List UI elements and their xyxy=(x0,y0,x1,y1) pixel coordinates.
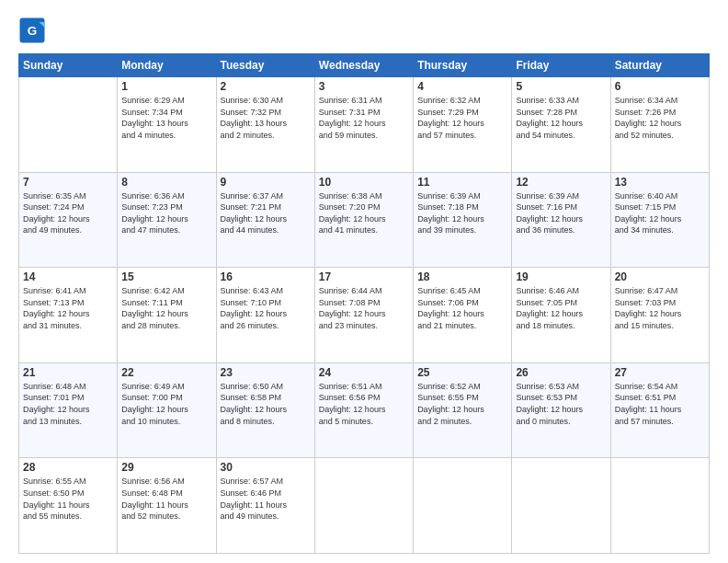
logo: G xyxy=(18,17,50,44)
day-info: Sunrise: 6:46 AM Sunset: 7:05 PM Dayligh… xyxy=(516,285,606,331)
day-number: 5 xyxy=(516,80,606,93)
day-info: Sunrise: 6:41 AM Sunset: 7:13 PM Dayligh… xyxy=(23,285,113,331)
day-info: Sunrise: 6:47 AM Sunset: 7:03 PM Dayligh… xyxy=(615,285,705,331)
calendar-cell: 7Sunrise: 6:35 AM Sunset: 7:24 PM Daylig… xyxy=(19,172,118,268)
day-info: Sunrise: 6:31 AM Sunset: 7:31 PM Dayligh… xyxy=(319,95,409,141)
calendar-cell: 19Sunrise: 6:46 AM Sunset: 7:05 PM Dayli… xyxy=(512,268,610,363)
calendar-cell xyxy=(19,77,118,173)
calendar-cell xyxy=(610,458,709,554)
day-number: 16 xyxy=(221,270,311,283)
week-row-1: 7Sunrise: 6:35 AM Sunset: 7:24 PM Daylig… xyxy=(19,172,710,268)
day-number: 19 xyxy=(516,270,606,283)
calendar-cell: 2Sunrise: 6:30 AM Sunset: 7:32 PM Daylig… xyxy=(216,77,314,173)
day-info: Sunrise: 6:49 AM Sunset: 7:00 PM Dayligh… xyxy=(121,381,211,427)
calendar-cell: 15Sunrise: 6:42 AM Sunset: 7:11 PM Dayli… xyxy=(118,268,216,363)
calendar-cell: 8Sunrise: 6:36 AM Sunset: 7:23 PM Daylig… xyxy=(118,172,216,268)
day-number: 1 xyxy=(121,80,211,93)
day-info: Sunrise: 6:36 AM Sunset: 7:23 PM Dayligh… xyxy=(121,190,211,236)
calendar-cell: 21Sunrise: 6:48 AM Sunset: 7:01 PM Dayli… xyxy=(19,362,118,458)
calendar-cell: 5Sunrise: 6:33 AM Sunset: 7:28 PM Daylig… xyxy=(512,77,610,173)
day-info: Sunrise: 6:45 AM Sunset: 7:06 PM Dayligh… xyxy=(417,285,507,331)
svg-text:G: G xyxy=(28,24,38,38)
day-number: 9 xyxy=(221,176,311,189)
day-number: 4 xyxy=(417,80,507,93)
day-number: 27 xyxy=(615,366,705,379)
calendar-cell: 11Sunrise: 6:39 AM Sunset: 7:18 PM Dayli… xyxy=(414,172,512,268)
day-number: 29 xyxy=(121,461,211,474)
calendar-cell: 28Sunrise: 6:55 AM Sunset: 6:50 PM Dayli… xyxy=(19,458,118,554)
day-info: Sunrise: 6:33 AM Sunset: 7:28 PM Dayligh… xyxy=(516,95,606,141)
col-header-thursday: Thursday xyxy=(414,54,512,77)
calendar-cell xyxy=(512,458,610,554)
calendar-cell: 25Sunrise: 6:52 AM Sunset: 6:55 PM Dayli… xyxy=(414,362,512,458)
col-header-tuesday: Tuesday xyxy=(216,54,314,77)
col-header-sunday: Sunday xyxy=(19,54,118,77)
day-info: Sunrise: 6:39 AM Sunset: 7:18 PM Dayligh… xyxy=(417,190,507,236)
day-info: Sunrise: 6:42 AM Sunset: 7:11 PM Dayligh… xyxy=(121,285,211,331)
day-info: Sunrise: 6:57 AM Sunset: 6:46 PM Dayligh… xyxy=(221,476,311,522)
day-number: 3 xyxy=(319,80,409,93)
day-number: 13 xyxy=(615,176,705,189)
calendar-cell: 20Sunrise: 6:47 AM Sunset: 7:03 PM Dayli… xyxy=(610,268,709,363)
day-info: Sunrise: 6:43 AM Sunset: 7:10 PM Dayligh… xyxy=(221,285,311,331)
day-info: Sunrise: 6:50 AM Sunset: 6:58 PM Dayligh… xyxy=(221,381,311,427)
day-number: 10 xyxy=(319,176,409,189)
calendar-header-row: SundayMondayTuesdayWednesdayThursdayFrid… xyxy=(19,54,710,77)
day-info: Sunrise: 6:29 AM Sunset: 7:34 PM Dayligh… xyxy=(121,95,211,141)
day-info: Sunrise: 6:44 AM Sunset: 7:08 PM Dayligh… xyxy=(319,285,409,331)
day-number: 2 xyxy=(221,80,311,93)
week-row-4: 28Sunrise: 6:55 AM Sunset: 6:50 PM Dayli… xyxy=(19,458,710,554)
day-number: 20 xyxy=(615,270,705,283)
day-info: Sunrise: 6:52 AM Sunset: 6:55 PM Dayligh… xyxy=(417,381,507,427)
logo-icon: G xyxy=(18,17,46,44)
day-number: 11 xyxy=(417,176,507,189)
calendar-cell: 14Sunrise: 6:41 AM Sunset: 7:13 PM Dayli… xyxy=(19,268,118,363)
col-header-saturday: Saturday xyxy=(610,54,709,77)
col-header-monday: Monday xyxy=(118,54,216,77)
day-number: 23 xyxy=(221,366,311,379)
day-number: 26 xyxy=(516,366,606,379)
col-header-wednesday: Wednesday xyxy=(314,54,413,77)
day-info: Sunrise: 6:40 AM Sunset: 7:15 PM Dayligh… xyxy=(615,190,705,236)
calendar-cell: 18Sunrise: 6:45 AM Sunset: 7:06 PM Dayli… xyxy=(414,268,512,363)
day-number: 22 xyxy=(121,366,211,379)
calendar-cell xyxy=(314,458,413,554)
day-number: 30 xyxy=(221,461,311,474)
col-header-friday: Friday xyxy=(512,54,610,77)
calendar-cell: 22Sunrise: 6:49 AM Sunset: 7:00 PM Dayli… xyxy=(118,362,216,458)
calendar-table: SundayMondayTuesdayWednesdayThursdayFrid… xyxy=(18,53,710,554)
calendar-cell: 13Sunrise: 6:40 AM Sunset: 7:15 PM Dayli… xyxy=(610,172,709,268)
day-info: Sunrise: 6:56 AM Sunset: 6:48 PM Dayligh… xyxy=(121,476,211,522)
day-info: Sunrise: 6:55 AM Sunset: 6:50 PM Dayligh… xyxy=(23,476,113,522)
day-number: 21 xyxy=(23,366,113,379)
day-number: 12 xyxy=(516,176,606,189)
day-info: Sunrise: 6:38 AM Sunset: 7:20 PM Dayligh… xyxy=(319,190,409,236)
page: G SundayMondayTuesdayWednesdayThursdayFr… xyxy=(0,0,728,563)
calendar-cell: 30Sunrise: 6:57 AM Sunset: 6:46 PM Dayli… xyxy=(216,458,314,554)
day-info: Sunrise: 6:51 AM Sunset: 6:56 PM Dayligh… xyxy=(319,381,409,427)
calendar-cell: 6Sunrise: 6:34 AM Sunset: 7:26 PM Daylig… xyxy=(610,77,709,173)
calendar-cell: 23Sunrise: 6:50 AM Sunset: 6:58 PM Dayli… xyxy=(216,362,314,458)
day-number: 15 xyxy=(121,270,211,283)
day-info: Sunrise: 6:30 AM Sunset: 7:32 PM Dayligh… xyxy=(221,95,311,141)
day-number: 18 xyxy=(417,270,507,283)
week-row-2: 14Sunrise: 6:41 AM Sunset: 7:13 PM Dayli… xyxy=(19,268,710,363)
calendar-cell: 26Sunrise: 6:53 AM Sunset: 6:53 PM Dayli… xyxy=(512,362,610,458)
day-number: 24 xyxy=(319,366,409,379)
calendar-cell: 9Sunrise: 6:37 AM Sunset: 7:21 PM Daylig… xyxy=(216,172,314,268)
day-number: 14 xyxy=(23,270,113,283)
day-info: Sunrise: 6:35 AM Sunset: 7:24 PM Dayligh… xyxy=(23,190,113,236)
calendar-cell: 1Sunrise: 6:29 AM Sunset: 7:34 PM Daylig… xyxy=(118,77,216,173)
calendar-cell: 29Sunrise: 6:56 AM Sunset: 6:48 PM Dayli… xyxy=(118,458,216,554)
day-number: 28 xyxy=(23,461,113,474)
day-info: Sunrise: 6:32 AM Sunset: 7:29 PM Dayligh… xyxy=(417,95,507,141)
calendar-cell: 3Sunrise: 6:31 AM Sunset: 7:31 PM Daylig… xyxy=(314,77,413,173)
calendar-cell: 10Sunrise: 6:38 AM Sunset: 7:20 PM Dayli… xyxy=(314,172,413,268)
calendar-cell: 24Sunrise: 6:51 AM Sunset: 6:56 PM Dayli… xyxy=(314,362,413,458)
calendar-cell: 12Sunrise: 6:39 AM Sunset: 7:16 PM Dayli… xyxy=(512,172,610,268)
calendar-cell: 27Sunrise: 6:54 AM Sunset: 6:51 PM Dayli… xyxy=(610,362,709,458)
day-info: Sunrise: 6:37 AM Sunset: 7:21 PM Dayligh… xyxy=(221,190,311,236)
day-number: 17 xyxy=(319,270,409,283)
day-number: 8 xyxy=(121,176,211,189)
calendar-cell xyxy=(414,458,512,554)
